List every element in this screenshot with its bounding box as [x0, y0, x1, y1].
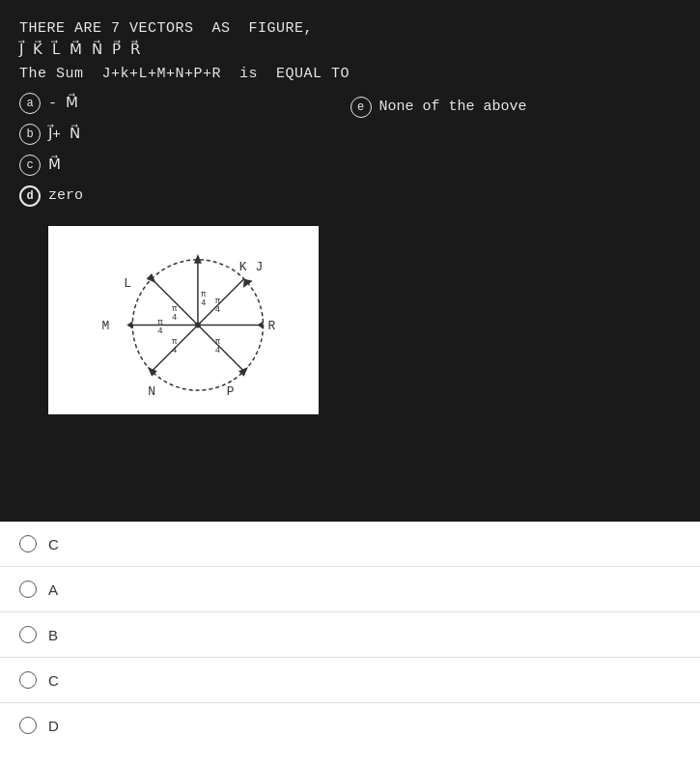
radio-c1[interactable] — [19, 535, 37, 552]
answer-option-a[interactable]: A — [0, 567, 700, 612]
svg-text:4: 4 — [172, 312, 177, 322]
svg-text:J: J — [256, 260, 264, 274]
option-a-text: - M⃗ — [48, 94, 78, 112]
svg-text:4: 4 — [215, 346, 220, 355]
answer-options: C A B C D — [0, 522, 700, 748]
option-e-circle: e — [350, 97, 372, 118]
svg-text:P: P — [227, 384, 235, 399]
svg-text:K: K — [239, 260, 247, 274]
radio-a[interactable] — [19, 581, 37, 598]
svg-marker-6 — [194, 254, 202, 264]
answer-option-d[interactable]: D — [0, 703, 700, 748]
option-label-a: A — [48, 581, 58, 598]
option-label-d: D — [48, 718, 59, 734]
option-c-text: M⃗ — [48, 156, 61, 174]
option-b-text: J⃗+ N⃗ — [48, 125, 80, 143]
radio-c2[interactable] — [19, 671, 37, 689]
option-label-b: B — [48, 627, 58, 643]
option-b-circle: b — [19, 124, 41, 145]
answer-option-c2[interactable]: C — [0, 658, 700, 703]
svg-marker-21 — [258, 321, 264, 328]
option-d-text: zero — [48, 187, 83, 204]
vector-diagram: K J L M N P R π — [48, 226, 319, 414]
diagram-svg: K J L M N P R π — [56, 234, 311, 407]
svg-text:L: L — [124, 275, 131, 290]
svg-text:4: 4 — [157, 326, 162, 336]
svg-text:4: 4 — [215, 304, 220, 314]
svg-text:4: 4 — [201, 298, 206, 307]
answer-option-c1[interactable]: C — [0, 522, 700, 567]
svg-text:N: N — [148, 384, 155, 399]
svg-line-17 — [198, 325, 244, 371]
svg-text:M: M — [101, 319, 109, 333]
question-area: THERE ARE 7 VECTORS AS FIGURE, J⃗ K⃗ L⃗ … — [0, 0, 700, 522]
svg-marker-12 — [126, 321, 132, 328]
radio-d[interactable] — [19, 717, 37, 734]
svg-text:4: 4 — [172, 346, 177, 355]
answer-option-b[interactable]: B — [0, 612, 700, 658]
svg-text:R: R — [268, 319, 276, 333]
option-label-c1: C — [48, 536, 59, 552]
question-text: THERE ARE 7 VECTORS AS FIGURE, J⃗ K⃗ L⃗ … — [19, 17, 681, 85]
option-a-circle: a — [19, 93, 41, 114]
option-label-c2: C — [48, 672, 59, 689]
option-e-text: None of the above — [379, 99, 527, 115]
option-d-circle: d — [19, 185, 41, 207]
option-c-circle: c — [19, 155, 41, 176]
radio-b[interactable] — [19, 626, 37, 643]
